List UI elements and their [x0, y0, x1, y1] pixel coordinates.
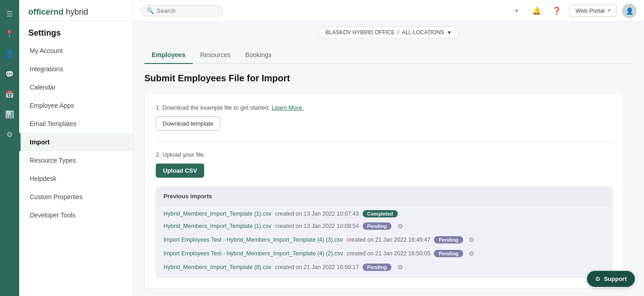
web-portal-button[interactable]: Web Portal ↗	[570, 5, 617, 17]
support-button[interactable]: ⊙ Support	[587, 271, 635, 287]
location-office: BLASKOV HYBRID OFFICE	[326, 29, 395, 36]
gear-icon[interactable]: ⚙	[467, 248, 477, 259]
import-file-link[interactable]: Import Employees Test - Hybrid_Members_I…	[164, 250, 343, 257]
sidebar: officernd hybrid Settings My Account Int…	[19, 0, 133, 296]
main-content: 🔍 ＋ 🔔 ❓ Web Portal ↗ 👤 BLASKOV HYBRID OF…	[133, 0, 644, 296]
import-card: 1. Download the example file to get star…	[144, 93, 624, 289]
sidebar-item-employee-apps[interactable]: Employee Apps	[19, 96, 133, 115]
tabs: Employees Resources Bookings	[144, 48, 633, 64]
import-meta: created on 21 Jan 2022 16:50:17	[275, 264, 359, 270]
gear-icon[interactable]: ⚙	[395, 221, 405, 231]
calendar-icon[interactable]: 📅	[1, 86, 18, 102]
avatar[interactable]: 👤	[622, 4, 637, 18]
location-scope: ALL LOCATIONS	[402, 29, 444, 36]
sidebar-item-calendar[interactable]: Calendar	[19, 78, 133, 96]
step2-text: 2. Upload your file.	[156, 151, 612, 158]
import-row: Hybrid_Members_Import_Template (1).csvcr…	[164, 221, 605, 231]
import-meta: created on 21 Jan 2022 16:49:47	[347, 237, 430, 243]
import-file-link[interactable]: Hybrid_Members_Import_Template (1).csv	[164, 211, 271, 217]
previous-imports-section: Previous imports Hybrid_Members_Import_T…	[156, 187, 612, 277]
download-template-button[interactable]: Download template	[156, 116, 220, 131]
chevron-down-icon: ▼	[447, 30, 452, 35]
sidebar-item-custom-properties[interactable]: Custom Properties	[19, 188, 133, 206]
status-badge: Pending	[434, 236, 463, 243]
previous-imports-header: Previous imports	[156, 187, 612, 206]
tab-bookings[interactable]: Bookings	[238, 48, 279, 64]
search-icon: 🔍	[147, 7, 154, 14]
app-logo: officernd hybrid	[28, 7, 88, 17]
page-content: Employees Resources Bookings Submit Empl…	[133, 40, 644, 296]
sidebar-item-import[interactable]: Import	[19, 133, 133, 151]
learn-more-link[interactable]: Learn More.	[272, 104, 304, 111]
sidebar-item-my-account[interactable]: My Account	[19, 42, 133, 60]
topbar: 🔍 ＋ 🔔 ❓ Web Portal ↗ 👤	[133, 0, 644, 22]
import-row: Import Employees Test - Hybrid_Members_I…	[164, 235, 605, 245]
icon-nav: ☰ 📍 👤 💬 📅 📊 ⚙	[0, 0, 19, 296]
import-meta: created on 13 Jan 2022 10:07:43	[275, 211, 359, 217]
import-row: Hybrid_Members_Import_Template (1).csvcr…	[164, 210, 605, 217]
topbar-actions: ＋ 🔔 ❓ Web Portal ↗ 👤	[509, 4, 637, 18]
import-meta: created on 13 Jan 2022 10:09:54	[275, 223, 359, 229]
status-badge: Pending	[363, 222, 391, 230]
content-area: BLASKOV HYBRID OFFICE / ALL LOCATIONS ▼ …	[133, 22, 644, 296]
location-separator: /	[398, 29, 399, 36]
status-badge: Completed	[363, 210, 398, 217]
gear-icon[interactable]: ⚙	[395, 262, 405, 272]
import-row: Hybrid_Members_Import_Template (8).csvcr…	[164, 262, 605, 272]
import-list: Hybrid_Members_Import_Template (1).csvcr…	[156, 206, 612, 277]
add-button[interactable]: ＋	[509, 4, 524, 18]
sidebar-item-developer-tools[interactable]: Developer Tools	[19, 206, 133, 224]
upload-csv-button[interactable]: Upload CSV	[156, 164, 204, 178]
status-badge: Pending	[434, 250, 463, 257]
sidebar-item-resource-types[interactable]: Resource Types	[19, 151, 133, 169]
search-box[interactable]: 🔍	[141, 5, 223, 16]
location-selector[interactable]: BLASKOV HYBRID OFFICE / ALL LOCATIONS ▼	[319, 26, 459, 38]
external-link-icon: ↗	[607, 8, 611, 14]
sidebar-item-integrations[interactable]: Integrations	[19, 60, 133, 78]
location-icon[interactable]: 📍	[1, 26, 18, 42]
settings-icon[interactable]: ⚙	[1, 126, 18, 143]
import-file-link[interactable]: Hybrid_Members_Import_Template (1).csv	[164, 223, 271, 229]
tab-resources[interactable]: Resources	[193, 48, 238, 64]
support-label: Support	[604, 275, 627, 282]
download-template-label: Download template	[163, 120, 213, 127]
search-input[interactable]	[157, 7, 211, 14]
divider	[156, 142, 612, 142]
help-icon[interactable]: ❓	[549, 4, 564, 18]
people-icon[interactable]: 👤	[1, 46, 18, 62]
chat-icon[interactable]: 💬	[1, 66, 18, 82]
sidebar-item-helpdesk[interactable]: Helpdesk	[19, 169, 133, 188]
tab-employees[interactable]: Employees	[144, 48, 193, 64]
import-row: Import Employees Test - Hybrid_Members_I…	[164, 248, 605, 259]
sidebar-header: officernd hybrid	[19, 0, 133, 21]
upload-csv-label: Upload CSV	[163, 167, 197, 174]
web-portal-label: Web Portal	[575, 7, 605, 14]
step1-text: 1. Download the example file to get star…	[156, 104, 612, 111]
chart-icon[interactable]: 📊	[1, 106, 18, 122]
location-bar: BLASKOV HYBRID OFFICE / ALL LOCATIONS ▼	[133, 22, 644, 40]
import-file-link[interactable]: Import Employees Test - Hybrid_Members_I…	[164, 237, 343, 243]
support-circle-icon: ⊙	[595, 275, 600, 282]
status-badge: Pending	[363, 264, 391, 271]
sidebar-item-email-templates[interactable]: Email Templates	[19, 115, 133, 133]
import-meta: created on 21 Jan 2022 16:50:05	[347, 250, 430, 257]
gear-icon[interactable]: ⚙	[467, 235, 477, 245]
menu-icon[interactable]: ☰	[1, 5, 18, 22]
sidebar-section-title: Settings	[19, 21, 133, 42]
page-title: Submit Employees File for Import	[144, 73, 633, 84]
import-file-link[interactable]: Hybrid_Members_Import_Template (8).csv	[164, 264, 271, 270]
notifications-icon[interactable]: 🔔	[529, 4, 544, 18]
